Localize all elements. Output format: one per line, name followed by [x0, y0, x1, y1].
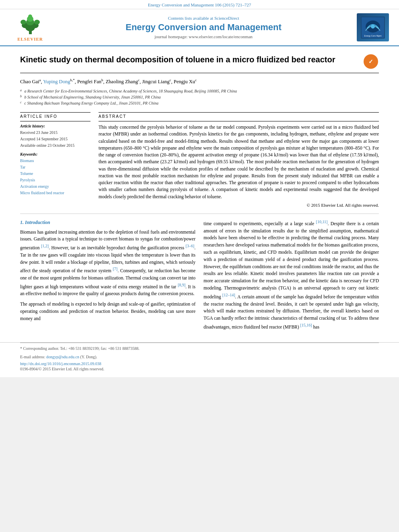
journal-cover-icon: Energy Conv Mgmt [361, 16, 385, 39]
keywords-list: BiomassTarToluenePyrolysisActivation ene… [20, 158, 90, 196]
journal-citation-bar: Energy Conversion and Management 106 (20… [0, 0, 399, 9]
journal-title: Energy Conversion and Management [52, 22, 355, 33]
right-para-1: time compared to experiments, especially… [204, 219, 379, 331]
intro-para-2: The approach of modeling is expected to … [20, 301, 195, 322]
crossmark-area[interactable]: ✓ [363, 54, 379, 69]
svg-text:Energy Conv Mgmt: Energy Conv Mgmt [364, 35, 382, 37]
keyword-item: Toluene [20, 170, 90, 177]
issn-line: 0196-8904/© 2015 Elsevier Ltd. All right… [20, 367, 379, 371]
keyword-item: Tar [20, 164, 90, 170]
abstract-block: This study concerned the pyrolysis behav… [99, 121, 379, 207]
article-info-col: ARTICLE INFO Article history: Received 2… [20, 112, 90, 207]
contents-line: Contents lists available at ScienceDirec… [52, 16, 355, 21]
article-info-heading: ARTICLE INFO [20, 112, 90, 119]
homepage-line: journal homepage: www.elsevier.com/locat… [52, 34, 355, 39]
svg-point-6 [34, 20, 40, 25]
affil-a: a a Research Center for Eco-Environmenta… [20, 88, 379, 94]
history-label: Article history: [20, 124, 90, 128]
doi-link[interactable]: http://dx.doi.org/10.1016/j.enconman.201… [20, 362, 379, 366]
footer-divider [20, 343, 379, 343]
body-left-col: 1. Introduction Biomass has gained incre… [20, 219, 195, 334]
abstract-text: This study concerned the pyrolysis behav… [99, 124, 379, 200]
abstract-copyright: © 2015 Elsevier Ltd. All rights reserved… [99, 203, 379, 207]
journal-logo-right: Energy Conv Mgmt [355, 13, 391, 41]
journal-center: Contents lists available at ScienceDirec… [52, 16, 355, 39]
affil-b: b b School of Mechanical Engineering, Sh… [20, 94, 379, 100]
crossmark-icon[interactable]: ✓ [364, 54, 378, 69]
intro-heading: 1. Introduction [20, 219, 195, 226]
elsevier-label: ELSEVIER [17, 37, 43, 41]
journal-logo-box: Energy Conv Mgmt [357, 13, 389, 41]
received-date: Received 23 June 2015 [20, 129, 90, 136]
article-title-area: Kinetic study on thermal decomposition o… [20, 54, 379, 73]
article-info-abstract: ARTICLE INFO Article history: Received 2… [20, 112, 379, 207]
authors-line: Chao Gaia, Yuping Dongb,*, Pengfei Fanb,… [20, 78, 379, 85]
keywords-label: Keywords: [20, 152, 90, 156]
page: Energy Conversion and Management 106 (20… [0, 0, 399, 377]
body-right-col: time compared to experiments, especially… [204, 219, 379, 334]
svg-point-12 [371, 25, 375, 29]
elsevier-logo: ELSEVIER [8, 13, 52, 41]
article-footer: * Corresponding author. Tel.: +86 531 88… [0, 342, 399, 377]
svg-point-5 [21, 20, 26, 25]
svg-point-8 [28, 14, 32, 18]
keyword-item: Pyrolysis [20, 177, 90, 183]
elsevier-tree-icon [17, 13, 43, 35]
intro-para-1: Biomass has gained increasing attention … [20, 229, 195, 298]
corresponding-footnote: * Corresponding author. Tel.: +86 531 88… [20, 345, 379, 351]
affiliations: a a Research Center for Eco-Environmenta… [20, 88, 379, 106]
affil-c: c c Shandong Baichuan Tongchuang Energy … [20, 100, 379, 106]
accepted-date: Accepted 14 September 2015 [20, 136, 90, 142]
abstract-heading: ABSTRACT [99, 112, 379, 119]
journal-header: ELSEVIER Contents lists available at Sci… [0, 9, 399, 46]
keyword-item: Micro fluidized bed reactor [20, 190, 90, 196]
body-two-col: 1. Introduction Biomass has gained incre… [20, 219, 379, 334]
journal-citation: Energy Conversion and Management 106 (20… [148, 2, 251, 7]
email-footnote: E-mail address: dongyp@sdu.edu.cn (Y. Do… [20, 354, 379, 360]
corresponding-author: Yuping Dong [43, 79, 70, 84]
keyword-item: Biomass [20, 158, 90, 164]
keyword-item: Activation energy [20, 183, 90, 190]
article-info-block: Article history: Received 23 June 2015 A… [20, 121, 90, 196]
email-link[interactable]: dongyp@sdu.edu.cn [46, 355, 79, 359]
abstract-col: ABSTRACT This study concerned the pyroly… [99, 112, 379, 207]
content-divider [20, 214, 379, 214]
online-date: Available online 23 October 2015 [20, 142, 90, 149]
article-title: Kinetic study on thermal decomposition o… [20, 54, 357, 65]
article-content: Kinetic study on thermal decomposition o… [0, 46, 399, 342]
sciencedirect-link[interactable]: ScienceDirect [214, 16, 239, 21]
